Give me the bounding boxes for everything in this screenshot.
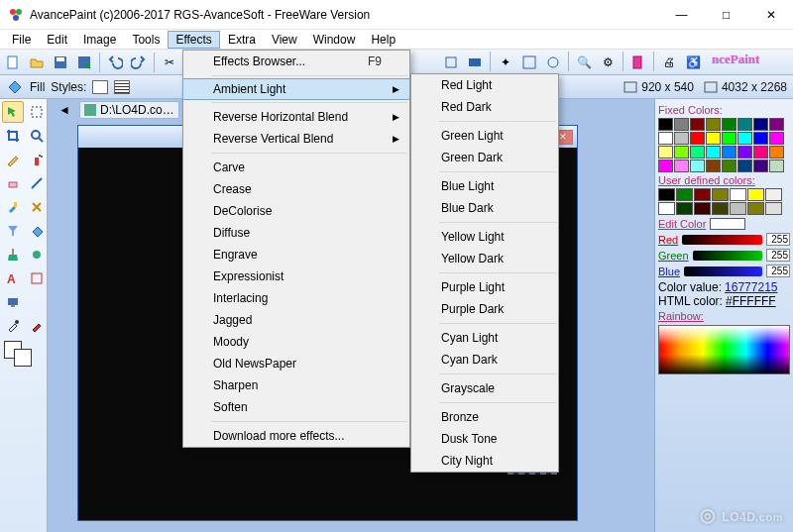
menu-extra[interactable]: Extra: [220, 31, 264, 49]
bucket-tool[interactable]: [26, 220, 48, 242]
color-swatch[interactable]: [765, 202, 782, 215]
color-swatch[interactable]: [753, 118, 768, 131]
ambient-purple-dark[interactable]: Purple Dark: [411, 298, 558, 320]
save-icon[interactable]: [50, 52, 71, 73]
menu-view[interactable]: View: [264, 31, 305, 49]
ambient-blue-dark[interactable]: Blue Dark: [411, 197, 558, 219]
color-swatch[interactable]: [722, 132, 736, 145]
ambient-red-dark[interactable]: Red Dark: [411, 96, 558, 118]
color-swatch[interactable]: [730, 202, 746, 215]
ambient-cyan-dark[interactable]: Cyan Dark: [411, 349, 558, 371]
color-swatch[interactable]: [747, 188, 764, 201]
tool-e-icon[interactable]: [542, 52, 564, 73]
minimize-button[interactable]: —: [659, 0, 704, 29]
blue-slider[interactable]: [684, 266, 762, 276]
red-value[interactable]: 255: [766, 233, 790, 246]
green-slider[interactable]: [693, 251, 762, 261]
ambient-yellow-light[interactable]: Yellow Light: [411, 226, 558, 248]
style-swatch-2[interactable]: [114, 80, 130, 94]
clone-tool[interactable]: [26, 196, 48, 218]
effect-jagged[interactable]: Jagged: [183, 309, 409, 331]
rainbow-picker[interactable]: [658, 325, 790, 374]
ambient-blue-light[interactable]: Blue Light: [411, 175, 558, 197]
tool-j-icon[interactable]: ♿: [682, 52, 704, 73]
effect-decolorise[interactable]: DeColorise: [183, 200, 409, 222]
ambient-bronze[interactable]: Bronze: [411, 406, 558, 428]
document-tab[interactable]: D:\LO4D.co…: [79, 101, 179, 119]
color-swatch[interactable]: [753, 146, 768, 159]
effect-old-newspaper[interactable]: Old NewsPaper: [183, 353, 409, 374]
color-swatch[interactable]: [712, 202, 729, 215]
effect-crease[interactable]: Crease: [183, 178, 409, 200]
color-swatch[interactable]: [690, 118, 705, 131]
ambient-yellow-dark[interactable]: Yellow Dark: [411, 248, 558, 269]
saveas-icon[interactable]: [73, 52, 95, 73]
color-swatch[interactable]: [706, 132, 721, 145]
green-value[interactable]: 255: [766, 249, 790, 262]
menu-help[interactable]: Help: [363, 31, 403, 49]
tool-h-icon[interactable]: [627, 52, 649, 73]
effects-browser-item[interactable]: Effects Browser...F9: [183, 51, 409, 72]
color-swatch[interactable]: [690, 132, 705, 145]
tool-f-icon[interactable]: 🔍: [573, 52, 595, 73]
color-swatch[interactable]: [658, 160, 673, 172]
red-slider[interactable]: [682, 235, 762, 245]
color-swatch[interactable]: [706, 118, 721, 131]
color-swatch[interactable]: [674, 160, 689, 172]
tool-d-icon[interactable]: [518, 52, 540, 73]
fgbg-colors[interactable]: [2, 339, 48, 369]
eyedrop-tool[interactable]: [2, 315, 24, 337]
color-swatch[interactable]: [737, 160, 752, 172]
text-tool[interactable]: A: [2, 267, 24, 289]
ambient-city-night[interactable]: City Night: [411, 450, 558, 472]
tool-a-icon[interactable]: [440, 52, 462, 73]
color-swatch[interactable]: [722, 146, 736, 159]
color-swatch[interactable]: [674, 118, 689, 131]
style-swatch-1[interactable]: [92, 80, 108, 94]
color-value[interactable]: 16777215: [725, 280, 777, 294]
color-swatch[interactable]: [753, 160, 768, 172]
select-arrow-tool[interactable]: [2, 101, 24, 123]
color-swatch[interactable]: [706, 160, 721, 172]
funnel-tool[interactable]: [2, 220, 24, 242]
open-icon[interactable]: [26, 52, 48, 73]
menu-tools[interactable]: Tools: [124, 31, 168, 49]
spray-tool[interactable]: [26, 149, 48, 170]
color-swatch[interactable]: [690, 160, 705, 172]
menu-edit[interactable]: Edit: [39, 31, 75, 49]
menu-file[interactable]: File: [4, 31, 39, 49]
eraser-tool[interactable]: [2, 172, 24, 194]
color-swatch[interactable]: [722, 118, 736, 131]
color-swatch[interactable]: [769, 132, 784, 145]
undo-icon[interactable]: [104, 52, 126, 73]
smudge-tool[interactable]: [26, 244, 48, 266]
tool-b-icon[interactable]: [464, 52, 486, 73]
redo-icon[interactable]: [128, 52, 150, 73]
tool-i-icon[interactable]: 🖨: [658, 52, 680, 73]
effect-engrave[interactable]: Engrave: [183, 244, 409, 266]
ambient-cyan-light[interactable]: Cyan Light: [411, 327, 558, 349]
color-swatch[interactable]: [712, 188, 729, 201]
ambient-purple-light[interactable]: Purple Light: [411, 276, 558, 298]
color-swatch[interactable]: [730, 188, 746, 201]
blue-value[interactable]: 255: [766, 265, 790, 277]
new-icon[interactable]: [2, 52, 24, 73]
ambient-red-light[interactable]: Red Light: [411, 74, 558, 96]
ambient-grayscale[interactable]: Grayscale: [411, 377, 558, 399]
color-swatch[interactable]: [753, 132, 768, 145]
effect-sharpen[interactable]: Sharpen: [183, 374, 409, 396]
color-swatch[interactable]: [769, 146, 784, 159]
ambient-green-light[interactable]: Green Light: [411, 125, 558, 147]
brush-tool[interactable]: [2, 196, 24, 218]
ambient-green-dark[interactable]: Green Dark: [411, 147, 558, 168]
ambient-dusk-tone[interactable]: Dusk Tone: [411, 428, 558, 450]
effect-expressionist[interactable]: Expressionist: [183, 266, 409, 287]
color-swatch[interactable]: [658, 146, 673, 159]
marquee-tool[interactable]: [26, 101, 48, 123]
menu-effects[interactable]: Effects: [168, 31, 219, 49]
color-swatch[interactable]: [674, 132, 689, 145]
menu-window[interactable]: Window: [305, 31, 364, 49]
tool-c-icon[interactable]: ✦: [495, 52, 516, 73]
effect-soften[interactable]: Soften: [183, 396, 409, 418]
color-swatch[interactable]: [658, 202, 675, 215]
